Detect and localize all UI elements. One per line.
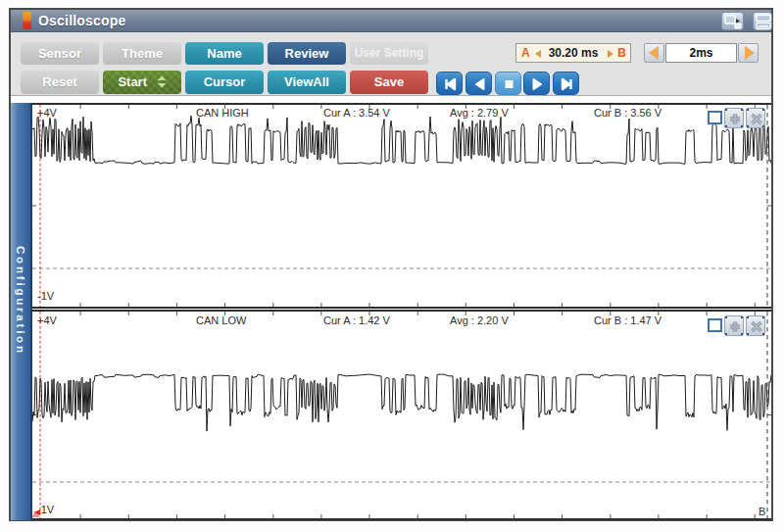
svg-text:B: B xyxy=(759,506,765,517)
